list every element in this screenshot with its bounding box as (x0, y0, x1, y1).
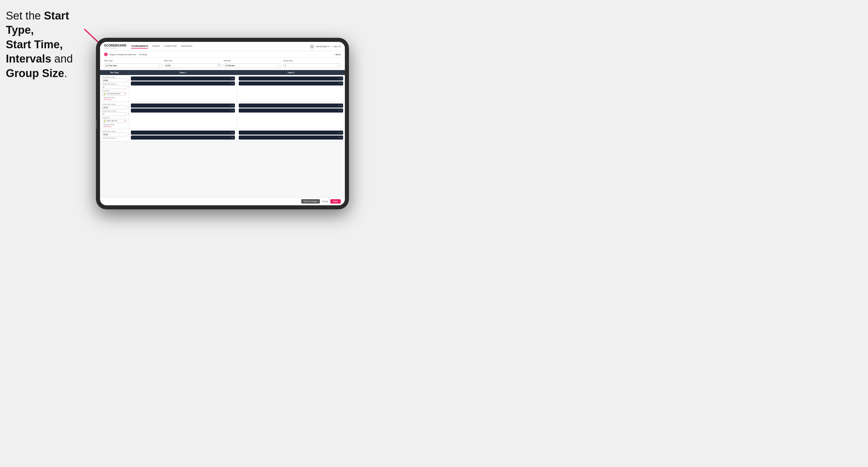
slot-edit-2-3[interactable]: ⊕ (341, 104, 342, 106)
group-size-field: Group Size 3 (283, 60, 341, 68)
hole-spinners-1: ▲ ▼ (128, 86, 129, 88)
intervals-select[interactable]: 10 Minutes (224, 63, 281, 68)
slot-edit-1-4[interactable]: ⊕ (341, 82, 342, 84)
course-label-1: COURSE: (102, 90, 127, 92)
nav-right: blair@clippd.io | Sign out (310, 44, 341, 49)
instruction-text: Set the Start Type, Start Time, Interval… (6, 9, 96, 81)
reset-changes-button[interactable]: Reset Changes (301, 199, 320, 204)
hole-down-2[interactable]: ▼ (128, 114, 129, 115)
player-slot-2-2: ✕ ⊕ (131, 108, 235, 113)
team1-slots-2: ✕ ⊕ ✕ ⊕ (129, 102, 237, 129)
course-x-1[interactable]: ✕ (124, 92, 126, 95)
start-time-wrap: 🕐 (164, 62, 222, 68)
tournament-name[interactable]: Clippd Invitational (Mixed) (109, 53, 136, 56)
slot-x-1-3[interactable]: ✕ (338, 77, 340, 80)
time-input-wrap-2: ⏱ (102, 105, 127, 109)
slot-edit-3-4[interactable]: ⊕ (341, 136, 342, 138)
team2-slots-1: ✕ ⊕ ✕ ⊕ (237, 75, 345, 102)
group-size-select[interactable]: 3 (283, 63, 341, 68)
user-email: blair@clippd.io (316, 45, 329, 48)
course-name-1: (A) Peachtree GC (107, 93, 121, 94)
slot-x-2-2[interactable]: ✕ (230, 109, 231, 112)
slot-x-1-2[interactable]: ✕ (230, 82, 231, 84)
remove-group-2[interactable]: ○Remove Group (102, 124, 127, 125)
course-name-2: East Lake GC (107, 120, 118, 122)
col-team1: Team 1 (129, 70, 237, 75)
col-tee-time: Tee Time (100, 70, 129, 75)
slot-edit-2-1[interactable]: ⊕ (232, 104, 234, 106)
tee-group-3: STARTING TIME: ⏱ STARTING HOLE: ✕ ⊕ (100, 129, 345, 141)
user-avatar (310, 44, 314, 49)
cancel-button[interactable]: Cancel (322, 200, 328, 203)
nav-separator: | (331, 45, 332, 48)
back-button[interactable]: ‹ Back (334, 53, 341, 56)
start-time-label: Start Time (164, 60, 222, 62)
slot-x-2-3[interactable]: ✕ (338, 104, 340, 106)
slot-x-1-4[interactable]: ✕ (338, 82, 340, 84)
start-type-field: Start Type 1st Tee Start (104, 60, 162, 68)
time-input-2[interactable] (103, 106, 128, 108)
player-slot-2-3: ✕ ⊕ (239, 103, 343, 107)
tee-left-3: STARTING TIME: ⏱ STARTING HOLE: (100, 129, 129, 141)
nav-tab-rankings[interactable]: RANKINGS (181, 44, 192, 49)
slot-x-3-3[interactable]: ✕ (338, 131, 340, 133)
slot-x-3-1[interactable]: ✕ (230, 131, 231, 133)
team2-slots-3: ✕ ⊕ ✕ ⊕ (237, 129, 345, 141)
time-input-3[interactable] (103, 133, 128, 135)
starting-hole-label-1: STARTING HOLE: (102, 83, 127, 85)
breadcrumb-separator: › (137, 53, 138, 56)
time-input-1[interactable] (103, 80, 128, 82)
course-tag-2: ⛳ East Lake GC ✕ (102, 119, 127, 123)
team1-slots-1: ✕ ⊕ ✕ ⊕ (129, 75, 237, 102)
sign-out-link[interactable]: Sign out (333, 45, 341, 48)
starting-hole-label-2: STARTING HOLE: (102, 110, 127, 112)
settings-bar: Start Type 1st Tee Start Start Time 🕐 In… (100, 58, 345, 70)
start-type-label: Start Type (104, 60, 162, 62)
course-icon-1: ⛳ (103, 92, 106, 95)
start-time-input[interactable] (164, 63, 222, 68)
time-input-wrap-3: ⏱ (102, 133, 127, 136)
tablet-device: SCOREBOARD Powered by clipp.d TOURNAMENT… (96, 38, 349, 209)
team2-slots-2: ✕ ⊕ ✕ ⊕ (237, 102, 345, 129)
nav-tab-teams[interactable]: TEAMS (152, 44, 160, 49)
nav-tab-committee[interactable]: COMMITTEE (164, 44, 177, 49)
hole-input-2[interactable] (103, 113, 128, 115)
remove-group-1[interactable]: ○Remove Group (102, 97, 127, 98)
app-footer: Reset Changes Cancel Save (100, 197, 345, 205)
slot-x-2-1[interactable]: ✕ (230, 104, 231, 106)
add-group-2[interactable]: +Add Group (102, 126, 127, 127)
slot-edit-3-3[interactable]: ⊕ (341, 131, 342, 133)
tablet-screen: SCOREBOARD Powered by clipp.d TOURNAMENT… (100, 42, 345, 205)
add-group-1[interactable]: +Add Group (102, 99, 127, 100)
intervals-label: Intervals (224, 60, 281, 62)
slot-edit-1-2[interactable]: ⊕ (232, 82, 234, 84)
slot-edit-2-4[interactable]: ⊕ (341, 109, 342, 112)
slot-x-2-4[interactable]: ✕ (338, 109, 340, 112)
col-team2: Team 2 (237, 70, 345, 75)
slot-edit-2-2[interactable]: ⊕ (232, 109, 234, 112)
player-slot-1-4: ✕ ⊕ (239, 82, 343, 86)
start-type-select[interactable]: 1st Tee Start (104, 63, 162, 68)
slot-x-1-1[interactable]: ✕ (230, 77, 231, 80)
nav-tab-tournaments[interactable]: TOURNAMENTS (131, 44, 148, 49)
tee-table-header: Tee Time Team 1 Team 2 (100, 70, 345, 75)
starting-time-label-1: STARTING TIME: (102, 76, 127, 78)
slot-edit-3-2[interactable]: ⊕ (232, 136, 234, 138)
tee-left-1: STARTING TIME: ⏱ STARTING HOLE: ▲ ▼ COUR… (100, 75, 129, 102)
course-x-2[interactable]: ✕ (124, 120, 126, 122)
slot-edit-1-1[interactable]: ⊕ (232, 77, 234, 80)
course-label-2: COURSE: (102, 117, 127, 119)
tablet-side-button (96, 120, 97, 129)
player-slot-3-2: ✕ ⊕ (131, 135, 235, 139)
navbar: SCOREBOARD Powered by clipp.d TOURNAMENT… (100, 42, 345, 51)
slot-edit-1-3[interactable]: ⊕ (341, 77, 342, 80)
slot-x-3-2[interactable]: ✕ (230, 136, 231, 138)
slot-x-3-4[interactable]: ✕ (338, 136, 340, 138)
save-button[interactable]: Save (330, 199, 341, 204)
hole-input-1[interactable] (103, 86, 128, 88)
slot-edit-3-1[interactable]: ⊕ (232, 131, 234, 133)
hole-input-wrap-1: ▲ ▼ (102, 85, 127, 89)
player-slot-3-3: ✕ ⊕ (239, 130, 343, 135)
player-slot-1-2: ✕ ⊕ (131, 82, 235, 86)
hole-down-1[interactable]: ▼ (128, 87, 129, 88)
